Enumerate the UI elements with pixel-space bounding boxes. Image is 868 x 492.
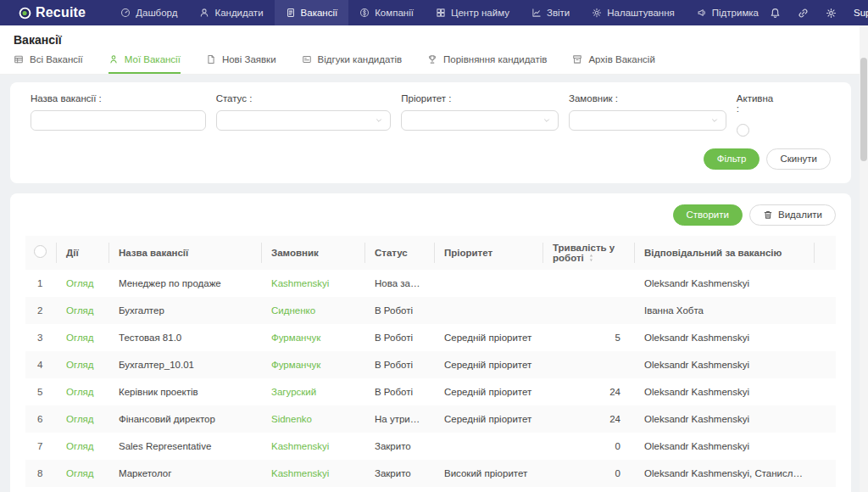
view-link[interactable]: Огляд xyxy=(56,460,108,487)
reports-icon xyxy=(531,8,542,18)
status-value: Закрито xyxy=(364,433,434,460)
active-checkbox[interactable] xyxy=(737,124,749,137)
vacancy-name-label: Назва вакансії : xyxy=(31,93,206,103)
table-row: 2ОглядБухгалтерСидненкоВ РоботіІванна Хо… xyxy=(25,297,836,324)
table-row: 5ОглядКерівник проектівЗагурскийВ Роботі… xyxy=(25,378,836,405)
page-scrollbar[interactable] xyxy=(860,25,868,492)
responsible-value: Oleksandr Kashmenskyi xyxy=(634,405,814,433)
bell-icon[interactable] xyxy=(770,8,781,19)
tab-new-applications[interactable]: Нові Заявки xyxy=(206,54,276,74)
vacancy-title: Sales Representative xyxy=(108,433,261,460)
column-header: Статус xyxy=(364,236,434,270)
create-button[interactable]: Створити xyxy=(673,204,743,226)
priority-select[interactable] xyxy=(401,110,559,131)
navbar: Recuite ДашбордКандидатиВакансіїКомпанії… xyxy=(0,0,868,25)
link-icon[interactable] xyxy=(798,8,809,19)
main-nav: ДашбордКандидатиВакансіїКомпаніїЦентр на… xyxy=(109,0,770,25)
nav-item-support[interactable]: Підтримка xyxy=(686,0,770,25)
gear-icon[interactable] xyxy=(826,8,837,19)
reset-button[interactable]: Скинути xyxy=(766,148,831,170)
nav-item-hiring-center[interactable]: Центр найму xyxy=(425,0,520,25)
responsible-value: Oleksandr Kashmenskyi xyxy=(634,351,814,378)
responsible-value: Іванна Хобта xyxy=(634,297,814,324)
tab-label: Архів Вакансій xyxy=(588,54,654,64)
logo-text: Recuite xyxy=(36,5,86,20)
chevron-down-icon xyxy=(542,116,551,125)
row-number: 5 xyxy=(25,378,56,405)
vacancy-title: Бухгалтер xyxy=(108,297,261,324)
tab-candidate-feedback[interactable]: Відгуки кандидатів xyxy=(302,54,402,74)
support-icon xyxy=(697,8,707,18)
user-name[interactable]: Super Admin xyxy=(854,8,868,18)
view-link[interactable]: Огляд xyxy=(56,351,108,378)
nav-item-companies[interactable]: Компанії xyxy=(348,0,425,25)
nav-item-label: Компанії xyxy=(375,8,414,18)
column-header-label: Відповідальний за вакансію xyxy=(644,248,782,258)
status-label: Статус : xyxy=(216,93,392,103)
customer-link[interactable]: Kashmenskyi xyxy=(261,460,364,487)
status-select[interactable] xyxy=(216,110,392,131)
vacancy-archive-icon xyxy=(572,54,582,64)
candidate-feedback-icon xyxy=(302,54,312,64)
filter-panel: Назва вакансії : Статус : Пріоритет : За… xyxy=(10,82,851,183)
scrollbar-thumb[interactable] xyxy=(860,58,867,161)
active-label: Активна : xyxy=(737,93,776,114)
status-field: Статус : xyxy=(216,93,392,137)
customer-link[interactable]: Загурский xyxy=(261,378,364,405)
column-header[interactable]: Тривалість у роботі xyxy=(542,236,634,270)
customer-link[interactable]: Сидненко xyxy=(261,297,364,324)
tab-my-vacancies[interactable]: Мої Вакансії xyxy=(108,54,181,74)
dashboard-icon xyxy=(120,8,131,18)
column-header-label: Назва вакансії xyxy=(119,248,188,258)
status-value: Закрито xyxy=(364,460,434,487)
customer-link[interactable]: Kashmenskyi xyxy=(261,270,364,297)
customer-link[interactable]: Фурманчук xyxy=(261,351,364,378)
candidates-icon xyxy=(199,8,209,18)
nav-item-reports[interactable]: Звіти xyxy=(520,0,581,25)
spacer-cell xyxy=(814,378,836,405)
nav-item-vacancies[interactable]: Вакансії xyxy=(275,0,349,25)
priority-value: Високий пріоритет xyxy=(434,460,542,487)
customer-select[interactable] xyxy=(569,110,726,131)
tab-candidate-comparison[interactable]: Порівняння кандидатів xyxy=(427,54,547,74)
delete-button[interactable]: Видалити xyxy=(749,204,836,226)
customer-field: Замовник : xyxy=(569,93,726,137)
vacancy-name-field: Назва вакансії : xyxy=(31,93,206,137)
app-logo[interactable]: Recuite xyxy=(19,5,86,20)
status-value: В Роботі xyxy=(364,378,434,405)
filter-button[interactable]: Фільтр xyxy=(704,148,760,170)
customer-link[interactable]: Kashmenskyi xyxy=(261,433,364,460)
tab-label: Всі Вакансії xyxy=(30,54,83,64)
select-all-checkbox[interactable] xyxy=(34,245,47,258)
logo-icon xyxy=(19,7,31,20)
table-row: 8ОглядМаркетологKashmenskyiЗакритоВисоки… xyxy=(25,460,836,487)
duration-value: 24 xyxy=(542,405,634,433)
column-header: Назва вакансії xyxy=(108,236,261,270)
customer-link[interactable]: Sidnenko xyxy=(261,405,364,433)
nav-item-dashboard[interactable]: Дашборд xyxy=(109,0,188,25)
tab-all-vacancies[interactable]: Всі Вакансії xyxy=(14,54,83,74)
vacancy-name-input[interactable] xyxy=(31,111,205,130)
view-link[interactable]: Огляд xyxy=(56,297,108,324)
chevron-down-icon xyxy=(710,116,719,125)
view-link[interactable]: Огляд xyxy=(56,433,108,460)
tab-label: Мої Вакансії xyxy=(125,54,181,64)
vacancy-title: Менеджер по продаже xyxy=(108,270,261,297)
duration-value xyxy=(542,297,634,324)
duration-value: 24 xyxy=(542,378,634,405)
table-toolbar: Створити Видалити xyxy=(25,204,836,226)
duration-value xyxy=(542,270,634,297)
customer-link[interactable]: Фурманчук xyxy=(261,324,364,351)
nav-item-candidates[interactable]: Кандидати xyxy=(188,0,274,25)
view-link[interactable]: Огляд xyxy=(56,270,108,297)
row-number: 2 xyxy=(25,297,56,324)
priority-value xyxy=(434,433,542,460)
duration-value xyxy=(542,351,634,378)
view-link[interactable]: Огляд xyxy=(56,378,108,405)
status-value: В Роботі xyxy=(364,324,434,351)
view-link[interactable]: Огляд xyxy=(56,405,108,433)
nav-item-settings[interactable]: Налаштування xyxy=(581,0,685,25)
spacer-cell xyxy=(814,270,836,297)
tab-vacancy-archive[interactable]: Архів Вакансій xyxy=(572,54,654,74)
view-link[interactable]: Огляд xyxy=(56,324,108,351)
